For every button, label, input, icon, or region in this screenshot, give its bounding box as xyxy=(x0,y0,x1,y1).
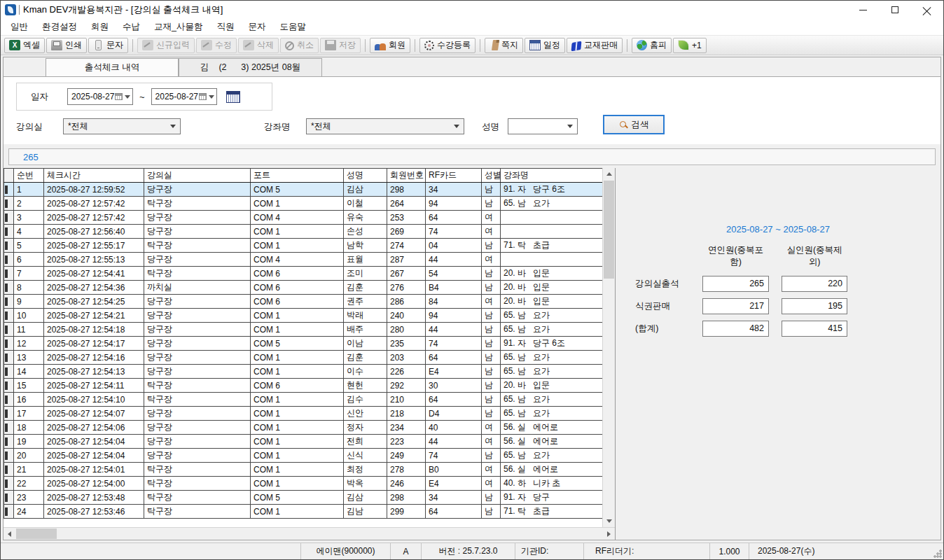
plus-one-button[interactable]: +1 xyxy=(673,38,707,53)
date-from-input[interactable]: 2025-08-27 xyxy=(67,88,133,105)
table-row[interactable]: 102025-08-27 12:54:21당구장COM 1박래24094남65.… xyxy=(4,309,603,323)
table-row[interactable]: 12025-08-27 12:59:52당구장COM 5김삼29834남91. … xyxy=(4,183,603,197)
room-select[interactable]: *전체 xyxy=(63,118,181,134)
scroll-right-button[interactable] xyxy=(603,528,615,540)
menu-item[interactable]: 일반 xyxy=(4,19,35,35)
row-selector[interactable] xyxy=(4,491,14,505)
date-to-input[interactable]: 2025-08-27 xyxy=(151,88,217,105)
homepage-button[interactable]: 홈피 xyxy=(632,38,672,53)
menu-item[interactable]: 문자 xyxy=(241,19,272,35)
sms-button[interactable]: 문자 xyxy=(88,38,128,53)
row-selector[interactable] xyxy=(4,183,14,197)
table-row[interactable]: 202025-08-27 12:54:04당구장COM 1신식24974남65.… xyxy=(4,449,603,463)
menu-item[interactable]: 교재_사물함 xyxy=(147,19,209,35)
row-selector[interactable] xyxy=(4,351,14,365)
row-selector[interactable] xyxy=(4,225,14,239)
col-header-seq[interactable]: 순번 xyxy=(14,169,44,183)
col-header-course[interactable]: 강좌명 xyxy=(501,169,603,183)
row-selector[interactable] xyxy=(4,477,14,491)
menu-item[interactable]: 수납 xyxy=(116,19,147,35)
vertical-scroll-thumb[interactable] xyxy=(604,181,614,279)
row-selector[interactable] xyxy=(4,463,14,477)
close-button[interactable] xyxy=(911,1,943,19)
note-button[interactable]: 쪽지 xyxy=(485,38,523,53)
row-selector[interactable] xyxy=(4,323,14,337)
course-select[interactable]: *전체 xyxy=(306,118,464,134)
row-selector[interactable] xyxy=(4,239,14,253)
col-header-port[interactable]: 포트 xyxy=(251,169,344,183)
window-title: Kman DEV개발용복지관 - [강의실 출석체크 내역] xyxy=(23,4,223,16)
col-header-name[interactable]: 성명 xyxy=(344,169,387,183)
tab-1[interactable]: 출석체크 내역 xyxy=(46,58,179,76)
course-register-button[interactable]: 수강등록 xyxy=(419,38,476,53)
minimize-button[interactable] xyxy=(847,1,879,19)
vertical-scrollbar[interactable] xyxy=(602,168,615,527)
row-selector[interactable] xyxy=(4,505,14,519)
table-row[interactable]: 222025-08-27 12:54:00탁구장COM 1박옥246E4여40.… xyxy=(4,477,603,491)
table-row[interactable]: 182025-08-27 12:54:06당구장COM 1정자23440여56.… xyxy=(4,421,603,435)
members-button[interactable]: 회원 xyxy=(370,38,410,53)
scroll-up-button[interactable] xyxy=(603,168,615,180)
col-header-member-no[interactable]: 회원번호 xyxy=(387,169,426,183)
table-row[interactable]: 122025-08-27 12:54:17당구장COM 5이남23574남91.… xyxy=(4,337,603,351)
schedule-button[interactable]: 일정 xyxy=(525,38,565,53)
table-row[interactable]: 72025-08-27 12:54:41탁구장COM 6조미26754남20. … xyxy=(4,267,603,281)
scroll-left-button[interactable] xyxy=(4,528,15,540)
menu-item[interactable]: 직원 xyxy=(209,19,241,35)
row-selector[interactable] xyxy=(4,197,14,211)
table-row[interactable]: 62025-08-27 12:55:13당구장COM 4표월28744여 xyxy=(4,253,603,267)
menu-item[interactable]: 환경설정 xyxy=(35,19,84,35)
maximize-button[interactable] xyxy=(879,1,911,19)
print-button[interactable]: 인쇄 xyxy=(46,38,87,53)
table-row[interactable]: 142025-08-27 12:54:13당구장COM 1이수226E4남65.… xyxy=(4,365,603,379)
tab-2[interactable]: 김 (2 3) 2025년 08월 xyxy=(179,58,322,76)
row-selector[interactable] xyxy=(4,211,14,225)
table-row[interactable]: 92025-08-27 12:54:25당구장COM 6권주28684여20. … xyxy=(4,295,603,309)
col-header-check-time[interactable]: 체크시간 xyxy=(44,169,144,183)
table-row[interactable]: 22025-08-27 12:57:42탁구장COM 1이철26494남65. … xyxy=(4,197,603,211)
table-row[interactable]: 42025-08-27 12:56:40당구장COM 1손성26974여 xyxy=(4,225,603,239)
calendar-picker-icon[interactable] xyxy=(226,91,240,103)
col-header-room[interactable]: 강의실 xyxy=(144,169,251,183)
horizontal-scrollbar[interactable] xyxy=(4,527,615,540)
table-row[interactable]: 152025-08-27 12:54:11탁구장COM 6현헌29230남20.… xyxy=(4,379,603,393)
textbook-sales-button[interactable]: 교재판매 xyxy=(567,38,623,53)
name-select[interactable] xyxy=(508,118,578,134)
table-row[interactable]: 212025-08-27 12:54:01탁구장COM 1최정278B0여56.… xyxy=(4,463,603,477)
chevron-down-icon[interactable] xyxy=(125,95,130,99)
row-selector[interactable] xyxy=(4,407,14,421)
table-row[interactable]: 82025-08-27 12:54:36까치실COM 6김훈276B4남20. … xyxy=(4,281,603,295)
table-row[interactable]: 192025-08-27 12:54:04당구장COM 1전희22344여56.… xyxy=(4,435,603,449)
table-row[interactable]: 32025-08-27 12:57:42당구장COM 4유숙25364여 xyxy=(4,211,603,225)
search-button[interactable]: 검색 xyxy=(603,115,665,134)
row-selector[interactable] xyxy=(4,393,14,407)
row-selector[interactable] xyxy=(4,281,14,295)
row-selector[interactable] xyxy=(4,379,14,393)
table-row[interactable]: 132025-08-27 12:54:16당구장COM 1김훈20364남65.… xyxy=(4,351,603,365)
row-selector[interactable] xyxy=(4,449,14,463)
chevron-down-icon[interactable] xyxy=(209,95,214,99)
horizontal-scroll-thumb[interactable] xyxy=(16,528,57,539)
table-row[interactable]: 162025-08-27 12:54:10탁구장COM 1김수21064남65.… xyxy=(4,393,603,407)
col-header-gender[interactable]: 성별 xyxy=(482,169,501,183)
table-row[interactable]: 172025-08-27 12:54:07당구장COM 1신안218D4남65.… xyxy=(4,407,603,421)
row-selector[interactable] xyxy=(4,267,14,281)
table-row[interactable]: 112025-08-27 12:54:18당구장COM 1배주28044남65.… xyxy=(4,323,603,337)
table-row[interactable]: 242025-08-27 12:53:46탁구장COM 1김남29964남71.… xyxy=(4,505,603,519)
row-selector[interactable] xyxy=(4,295,14,309)
row-selector[interactable] xyxy=(4,337,14,351)
row-selector[interactable] xyxy=(4,365,14,379)
excel-button[interactable]: 엑셀 xyxy=(4,38,45,53)
menu-item[interactable]: 회원 xyxy=(84,19,116,35)
row-selector[interactable] xyxy=(4,435,14,449)
table-row[interactable]: 52025-08-27 12:55:17탁구장COM 1남학27404남71. … xyxy=(4,239,603,253)
menu-item[interactable]: 도움말 xyxy=(272,19,313,35)
col-header-rf-card[interactable]: RF카드 xyxy=(426,169,482,183)
table-row[interactable]: 232025-08-27 12:53:48탁구장COM 5김삼29834남91.… xyxy=(4,491,603,505)
resize-grip[interactable] xyxy=(933,550,942,558)
scroll-down-button[interactable] xyxy=(603,515,615,527)
col-header-selector[interactable] xyxy=(4,169,14,183)
row-selector[interactable] xyxy=(4,421,14,435)
row-selector[interactable] xyxy=(4,309,14,323)
row-selector[interactable] xyxy=(4,253,14,267)
